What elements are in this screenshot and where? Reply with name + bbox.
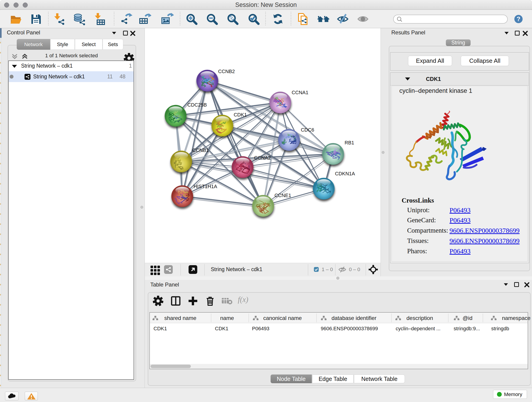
svg-text:CCNE1: CCNE1 [274, 193, 291, 198]
svg-text:RB1: RB1 [345, 140, 354, 146]
svg-text:HIST1H1A: HIST1H1A [194, 184, 217, 189]
svg-text:CDC25B: CDC25B [187, 102, 207, 108]
svg-text:CDKN1A: CDKN1A [335, 171, 355, 177]
svg-text:CCNB1: CCNB1 [192, 148, 209, 153]
svg-text:CDC6: CDC6 [301, 127, 314, 133]
svg-text:CDK1: CDK1 [234, 112, 247, 118]
svg-text:CCNA1: CCNA1 [292, 90, 308, 95]
svg-text:CCNB2: CCNB2 [218, 69, 235, 74]
svg-text:CCNA2: CCNA2 [254, 155, 271, 161]
